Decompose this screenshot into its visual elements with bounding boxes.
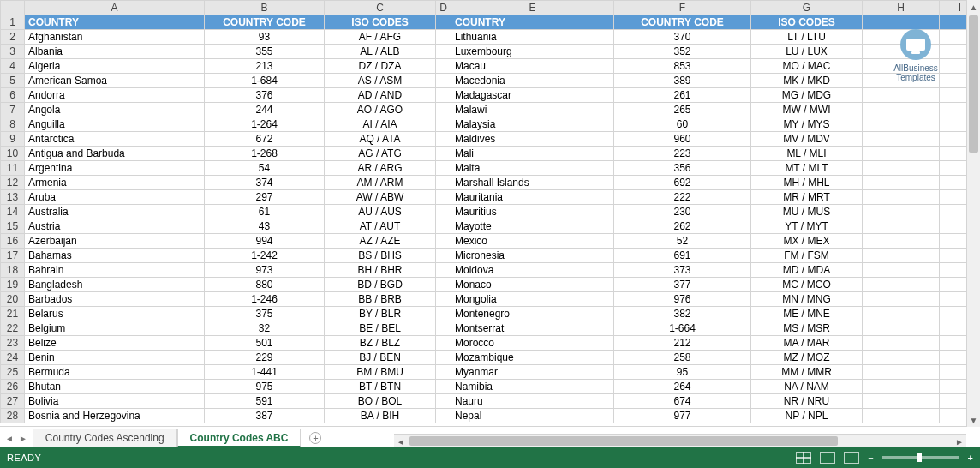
cell-A4[interactable]: Algeria (25, 59, 205, 74)
cell-B2[interactable]: 93 (205, 30, 325, 45)
cell-H25[interactable] (863, 365, 940, 380)
scroll-right-icon[interactable]: ► (953, 435, 966, 448)
cell-G23[interactable]: MA / MAR (751, 336, 863, 351)
cell-B13[interactable]: 297 (205, 190, 325, 205)
cell-G14[interactable]: MU / MUS (751, 205, 863, 219)
cell-D15[interactable] (436, 219, 451, 234)
cell-C19[interactable]: BD / BGD (325, 278, 436, 292)
cell-H11[interactable] (863, 161, 940, 176)
cell-D28[interactable] (436, 409, 451, 423)
cell-H23[interactable] (863, 336, 940, 351)
cell-B7[interactable]: 244 (205, 103, 325, 117)
cell-A23[interactable]: Belize (25, 336, 205, 351)
vertical-scrollbar[interactable]: ▲ ▼ (966, 0, 980, 427)
cell-D5[interactable] (436, 74, 451, 88)
cell-A5[interactable]: American Samoa (25, 74, 205, 88)
cell-B26[interactable]: 975 (205, 380, 325, 394)
cell-H13[interactable] (863, 190, 940, 205)
cell-D20[interactable] (436, 292, 451, 307)
cell-G21[interactable]: ME / MNE (751, 307, 863, 321)
cell-H1[interactable] (863, 15, 940, 30)
cell-C17[interactable]: BS / BHS (325, 249, 436, 263)
cell-A16[interactable]: Azerbaijan (25, 234, 205, 249)
cell-G18[interactable]: MD / MDA (751, 263, 863, 278)
cell-F13[interactable]: 222 (614, 190, 751, 205)
cell-A8[interactable]: Anguilla (25, 117, 205, 132)
cell-G12[interactable]: MH / MHL (751, 176, 863, 190)
col-header-A[interactable]: A (25, 1, 205, 15)
cell-C6[interactable]: AD / AND (325, 88, 436, 103)
cell-H10[interactable] (863, 147, 940, 161)
scroll-left-icon[interactable]: ◄ (394, 435, 408, 448)
cell-F23[interactable]: 212 (614, 336, 751, 351)
cell-B20[interactable]: 1-246 (205, 292, 325, 307)
cell-C1[interactable]: ISO CODES (325, 15, 436, 30)
cell-A17[interactable]: Bahamas (25, 249, 205, 263)
cell-B17[interactable]: 1-242 (205, 249, 325, 263)
cell-E27[interactable]: Nauru (451, 394, 614, 409)
cell-A27[interactable]: Bolivia (25, 394, 205, 409)
cell-F27[interactable]: 674 (614, 394, 751, 409)
cell-A24[interactable]: Benin (25, 351, 205, 365)
cell-E21[interactable]: Montenegro (451, 307, 614, 321)
cell-A10[interactable]: Antigua and Barbuda (25, 147, 205, 161)
cell-F24[interactable]: 258 (614, 351, 751, 365)
cell-C5[interactable]: AS / ASM (325, 74, 436, 88)
cell-A26[interactable]: Bhutan (25, 380, 205, 394)
cell-D17[interactable] (436, 249, 451, 263)
cell-E4[interactable]: Macau (451, 59, 614, 74)
cell-A2[interactable]: Afghanistan (25, 30, 205, 45)
cell-F28[interactable]: 977 (614, 409, 751, 423)
cell-E10[interactable]: Mali (451, 147, 614, 161)
cell-C8[interactable]: AI / AIA (325, 117, 436, 132)
cell-G16[interactable]: MX / MEX (751, 234, 863, 249)
cell-F26[interactable]: 264 (614, 380, 751, 394)
cell-C7[interactable]: AO / AGO (325, 103, 436, 117)
cell-E22[interactable]: Montserrat (451, 321, 614, 336)
cell-G19[interactable]: MC / MCO (751, 278, 863, 292)
cell-C2[interactable]: AF / AFG (325, 30, 436, 45)
cell-D3[interactable] (436, 45, 451, 59)
cell-G9[interactable]: MV / MDV (751, 132, 863, 147)
cell-G3[interactable]: LU / LUX (751, 45, 863, 59)
cell-D22[interactable] (436, 321, 451, 336)
cell-A14[interactable]: Australia (25, 205, 205, 219)
cell-E28[interactable]: Nepal (451, 409, 614, 423)
cell-B11[interactable]: 54 (205, 161, 325, 176)
cell-A20[interactable]: Barbados (25, 292, 205, 307)
cell-C10[interactable]: AG / ATG (325, 147, 436, 161)
cell-A6[interactable]: Andorra (25, 88, 205, 103)
row-header[interactable]: 13 (1, 190, 25, 205)
cell-C26[interactable]: BT / BTN (325, 380, 436, 394)
cell-G4[interactable]: MO / MAC (751, 59, 863, 74)
cell-F25[interactable]: 95 (614, 365, 751, 380)
cell-H14[interactable] (863, 205, 940, 219)
cell-E17[interactable]: Micronesia (451, 249, 614, 263)
cell-D25[interactable] (436, 365, 451, 380)
cell-B14[interactable]: 61 (205, 205, 325, 219)
cell-H22[interactable] (863, 321, 940, 336)
row-header[interactable]: 21 (1, 307, 25, 321)
row-header[interactable]: 3 (1, 45, 25, 59)
cell-F2[interactable]: 370 (614, 30, 751, 45)
cell-H21[interactable] (863, 307, 940, 321)
cell-H26[interactable] (863, 380, 940, 394)
row-header[interactable]: 25 (1, 365, 25, 380)
row-header[interactable]: 15 (1, 219, 25, 234)
cell-G11[interactable]: MT / MLT (751, 161, 863, 176)
cell-C23[interactable]: BZ / BLZ (325, 336, 436, 351)
row-header[interactable]: 20 (1, 292, 25, 307)
cell-C15[interactable]: AT / AUT (325, 219, 436, 234)
cell-C12[interactable]: AM / ARM (325, 176, 436, 190)
cell-A19[interactable]: Bangladesh (25, 278, 205, 292)
cell-H6[interactable] (863, 88, 940, 103)
spreadsheet-grid[interactable]: A B C D E F G H I 1COUNTRYCOUNTRY CODEIS… (0, 0, 980, 427)
cell-D1[interactable] (436, 15, 451, 30)
cell-G25[interactable]: MM / MMR (751, 365, 863, 380)
cell-B27[interactable]: 591 (205, 394, 325, 409)
cell-F10[interactable]: 223 (614, 147, 751, 161)
cell-A18[interactable]: Bahrain (25, 263, 205, 278)
cell-E15[interactable]: Mayotte (451, 219, 614, 234)
cell-A13[interactable]: Aruba (25, 190, 205, 205)
cell-G5[interactable]: MK / MKD (751, 74, 863, 88)
